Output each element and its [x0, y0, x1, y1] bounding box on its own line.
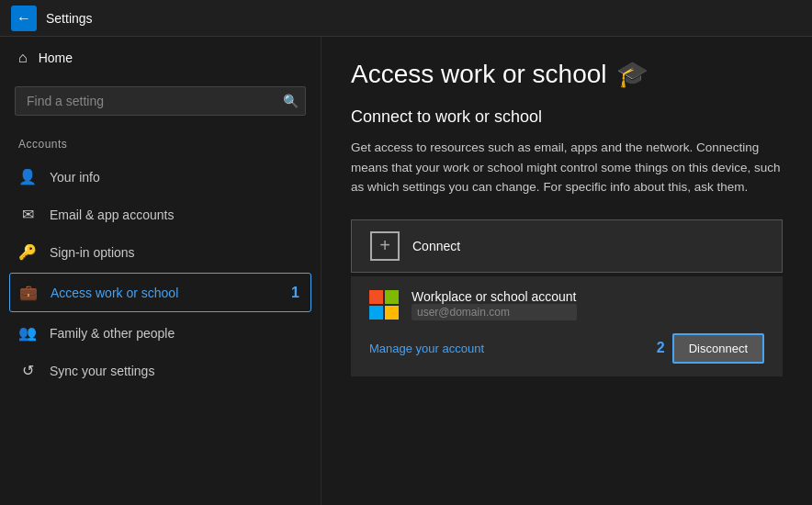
- content-area: Access work or school 🎓 Connect to work …: [321, 37, 812, 505]
- sidebar-home-label: Home: [39, 50, 73, 65]
- sidebar-item-your-info[interactable]: 👤 Your info: [0, 158, 321, 196]
- sidebar-item-home[interactable]: ⌂ Home: [0, 37, 321, 79]
- accounts-section-label: Accounts: [0, 130, 321, 158]
- sync-icon: ↺: [18, 362, 37, 379]
- main-layout: ⌂ Home 🔍 Accounts 👤 Your info ✉ Email & …: [0, 37, 812, 505]
- back-icon: ←: [17, 10, 31, 27]
- account-card: Workplace or school account user@domain.…: [351, 276, 783, 376]
- microsoft-logo: [369, 290, 399, 320]
- search-icon: 🔍: [283, 94, 299, 108]
- signin-icon: 🔑: [18, 243, 37, 261]
- account-name: Workplace or school account: [412, 289, 577, 304]
- page-title-text: Access work or school: [351, 60, 607, 89]
- search-input[interactable]: [15, 86, 306, 116]
- sidebar-item-label-your-info: Your info: [50, 170, 100, 185]
- sticker-emoji: 🎓: [616, 59, 648, 89]
- account-info: Workplace or school account user@domain.…: [412, 289, 577, 320]
- page-title: Access work or school 🎓: [351, 59, 783, 89]
- sidebar-item-access-work[interactable]: 💼 Access work or school 1: [9, 273, 311, 312]
- your-info-icon: 👤: [18, 168, 37, 185]
- badge-1: 1: [291, 285, 299, 301]
- sidebar-item-signin[interactable]: 🔑 Sign-in options: [0, 233, 321, 271]
- sidebar-item-label-family: Family & other people: [50, 326, 175, 341]
- family-icon: 👥: [18, 324, 37, 342]
- ms-logo-red: [369, 290, 383, 304]
- home-icon: ⌂: [18, 50, 28, 66]
- back-button[interactable]: ←: [11, 6, 37, 31]
- sidebar-item-label-signin: Sign-in options: [50, 245, 135, 260]
- connect-plus-icon: +: [370, 231, 400, 261]
- account-card-row: Workplace or school account user@domain.…: [369, 289, 764, 320]
- connect-button[interactable]: + Connect: [351, 219, 783, 273]
- sidebar-item-sync[interactable]: ↺ Sync your settings: [0, 352, 321, 389]
- email-icon: ✉: [18, 206, 37, 223]
- content-description: Get access to resources such as email, a…: [351, 138, 783, 197]
- sidebar-item-label-sync: Sync your settings: [50, 364, 154, 378]
- ms-logo-green: [385, 290, 399, 304]
- sidebar: ⌂ Home 🔍 Accounts 👤 Your info ✉ Email & …: [0, 37, 321, 505]
- ms-logo-yellow: [385, 306, 399, 320]
- disconnect-button[interactable]: Disconnect: [672, 333, 764, 364]
- content-subtitle: Connect to work or school: [351, 107, 783, 127]
- ms-logo-blue: [369, 306, 383, 320]
- titlebar-title: Settings: [46, 11, 93, 26]
- sidebar-item-label-access-work: Access work or school: [51, 286, 178, 300]
- titlebar: ← Settings: [0, 0, 812, 37]
- badge-2: 2: [657, 340, 665, 356]
- sidebar-item-email-app[interactable]: ✉ Email & app accounts: [0, 196, 321, 233]
- account-email: user@domain.com: [412, 304, 577, 320]
- manage-account-link[interactable]: Manage your account: [369, 342, 484, 355]
- access-work-icon: 💼: [19, 284, 38, 301]
- disconnect-wrapper: 2 Disconnect: [657, 333, 764, 364]
- sidebar-item-label-email: Email & app accounts: [50, 208, 174, 222]
- account-card-bottom: Manage your account 2 Disconnect: [369, 333, 764, 364]
- connect-label: Connect: [412, 239, 460, 253]
- sidebar-item-family[interactable]: 👥 Family & other people: [0, 314, 321, 352]
- search-container: 🔍: [15, 86, 306, 116]
